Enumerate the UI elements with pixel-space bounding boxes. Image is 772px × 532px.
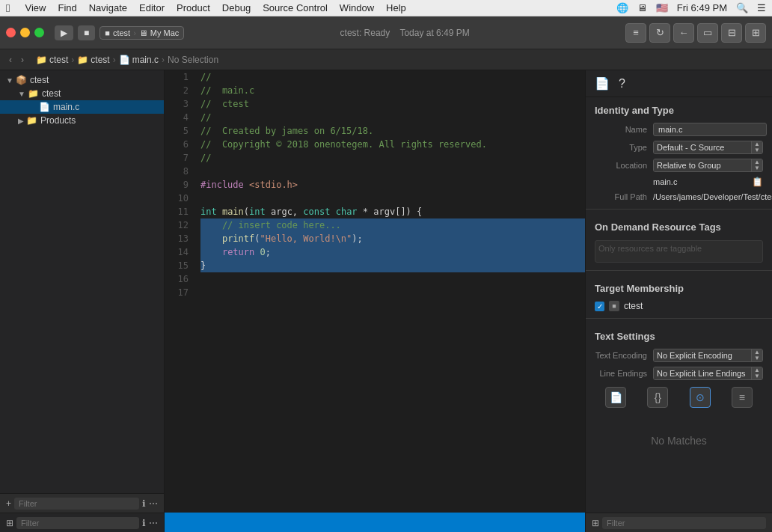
tree-item-icon: 📁: [28, 88, 39, 99]
text-encoding-select[interactable]: No Explicit Encoding: [654, 349, 751, 361]
breadcrumb-back[interactable]: ‹: [6, 55, 15, 65]
scheme-selector[interactable]: ■ ctest › 🖥 My Mac: [99, 26, 184, 40]
location-select[interactable]: Relative to Group: [654, 159, 751, 171]
name-input[interactable]: [653, 123, 767, 136]
menu-view[interactable]: View: [25, 2, 46, 13]
code-line-12[interactable]: // insert code here...: [200, 218, 585, 232]
menu-flag-icon: 🇺🇸: [656, 2, 668, 13]
code-line-5[interactable]: // Created by james on 6/15/18.: [200, 124, 585, 138]
stop-button[interactable]: ■: [78, 25, 95, 40]
menu-source-control[interactable]: Source Control: [263, 2, 328, 13]
tree-item-ctest[interactable]: ▼📦ctest: [0, 73, 164, 87]
line-endings-stepper-down[interactable]: ▼: [752, 373, 762, 379]
location-file-icon[interactable]: 📋: [752, 177, 763, 187]
bottom-inspector-grid-icon[interactable]: ⊞: [592, 518, 599, 528]
code-line-6[interactable]: // Copyright © 2018 onenotegem. All righ…: [200, 138, 585, 151]
grid-icon[interactable]: ⊞: [6, 518, 13, 528]
bottom-filter-input[interactable]: [16, 517, 139, 529]
inspector-tab-help[interactable]: ?: [616, 75, 628, 92]
code-line-1[interactable]: //: [200, 70, 585, 84]
tree-item-main-c[interactable]: 📄main.c: [0, 100, 164, 114]
menu-display-icon: 🖥: [637, 2, 647, 13]
line-endings-select-btn: No Explicit Line Endings ▲ ▼: [653, 367, 763, 380]
menu-help[interactable]: Help: [386, 2, 406, 13]
sidebar-info-icon[interactable]: ℹ: [142, 498, 146, 509]
bottom-info-icon[interactable]: ℹ: [142, 518, 146, 528]
breadcrumb-item-ctest-root[interactable]: 📁 ctest: [36, 55, 68, 65]
tree-item-icon: 📄: [39, 102, 50, 112]
code-line-10[interactable]: [200, 192, 585, 205]
sidebar-more-icon[interactable]: ⋯: [149, 498, 158, 509]
tags-input[interactable]: Only resources are taggable: [595, 240, 763, 263]
breadcrumb-item-mainc[interactable]: 📄 main.c: [119, 55, 159, 65]
menu-window[interactable]: Window: [340, 2, 374, 13]
menu-find[interactable]: Find: [58, 2, 76, 13]
tree-arrow: ▼: [6, 76, 13, 85]
menu-search-icon[interactable]: 🔍: [736, 2, 748, 13]
refresh-button[interactable]: ↻: [649, 23, 670, 43]
breadcrumb-forward[interactable]: ›: [18, 55, 27, 65]
location-stepper-down[interactable]: ▼: [752, 165, 762, 171]
code-line-7[interactable]: //: [200, 151, 585, 165]
menu-product[interactable]: Product: [177, 2, 210, 13]
comment-span: // Copyright © 2018 onenotegem. All righ…: [200, 139, 487, 150]
assistant-editor[interactable]: ⊟: [721, 23, 742, 43]
code-line-9[interactable]: #include <stdio.h>: [200, 178, 585, 192]
membership-checkbox[interactable]: ✓: [595, 302, 604, 311]
run-button[interactable]: ▶: [55, 25, 73, 40]
tree-item-ctest[interactable]: ▼📁ctest: [0, 87, 164, 100]
code-line-17[interactable]: [200, 286, 585, 299]
version-editor[interactable]: ⊞: [745, 23, 766, 43]
sidebar: ▼📦ctest▼📁ctest📄main.c▶📁Products + ℹ ⋯: [0, 70, 165, 513]
bottom-inspector-filter-input[interactable]: [602, 517, 766, 529]
single-editor[interactable]: ▭: [697, 23, 718, 43]
text-encoding-stepper-down[interactable]: ▼: [752, 355, 762, 361]
code-line-4[interactable]: //: [200, 111, 585, 124]
back-button[interactable]: ←: [673, 23, 694, 43]
breadcrumb-item-ctest-sub[interactable]: 📁 ctest: [77, 55, 109, 65]
code-line-14[interactable]: return 0;: [200, 245, 585, 259]
sidebar-add-icon[interactable]: +: [6, 498, 11, 509]
ts-icon-circle[interactable]: ⊙: [690, 387, 711, 408]
line-endings-select[interactable]: No Explicit Line Endings: [654, 367, 751, 379]
maximize-button[interactable]: [34, 28, 44, 37]
text-encoding-select-btn: No Explicit Encoding ▲ ▼: [653, 349, 763, 362]
identity-type-header: Identity and Type: [586, 97, 772, 120]
bottom-inspector-bar: ⊞: [585, 513, 772, 532]
code-line-11[interactable]: int main(int argc, const char * argv[]) …: [200, 205, 585, 218]
code-line-3[interactable]: // ctest: [200, 97, 585, 111]
fullpath-row: Full Path /Users/james/Developer/Test/ct…: [586, 189, 772, 204]
code-area[interactable]: 1234567891011121314151617 //// main.c// …: [165, 70, 585, 513]
inspector-tab-file[interactable]: 📄: [592, 75, 613, 92]
type-select[interactable]: Default - C Source: [654, 141, 751, 153]
code-line-16[interactable]: [200, 272, 585, 286]
menu-controls-icon[interactable]: ☰: [757, 2, 766, 13]
menu-navigate[interactable]: Navigate: [89, 2, 127, 13]
ts-icon-list[interactable]: ≡: [732, 387, 753, 408]
breadcrumb-sep2: ›: [113, 55, 116, 65]
apple-menu[interactable]: : [6, 1, 10, 14]
code-line-2[interactable]: // main.c: [200, 84, 585, 97]
navigator-toggle[interactable]: ≡: [625, 23, 646, 43]
code-line-15[interactable]: }: [200, 259, 585, 272]
ts-icon-file[interactable]: 📄: [605, 387, 626, 408]
breadcrumb: ‹ › 📁 ctest › 📁 ctest › 📄 main.c › No Se…: [0, 49, 772, 70]
code-line-8[interactable]: [200, 165, 585, 178]
bottom-more-icon[interactable]: ⋯: [149, 518, 158, 528]
tree-item-icon: 📁: [26, 115, 37, 126]
destination-name: My Mac: [150, 28, 180, 37]
type-row: Type Default - C Source ▲ ▼: [586, 138, 772, 156]
line-num-14: 14: [171, 245, 189, 259]
menu-debug[interactable]: Debug: [222, 2, 251, 13]
ts-icon-braces[interactable]: {}: [647, 387, 668, 408]
sidebar-filter-input[interactable]: [14, 498, 139, 510]
close-button[interactable]: [6, 28, 16, 37]
minimize-button[interactable]: [20, 28, 30, 37]
line-num-9: 9: [171, 178, 189, 192]
line-num-11: 11: [171, 205, 189, 218]
menu-editor[interactable]: Editor: [139, 2, 165, 13]
type-stepper-down[interactable]: ▼: [752, 147, 762, 153]
location-row: Location Relative to Group ▲ ▼: [586, 156, 772, 174]
tree-item-Products[interactable]: ▶📁Products: [0, 114, 164, 127]
code-line-13[interactable]: printf("Hello, World!\n");: [200, 232, 585, 245]
